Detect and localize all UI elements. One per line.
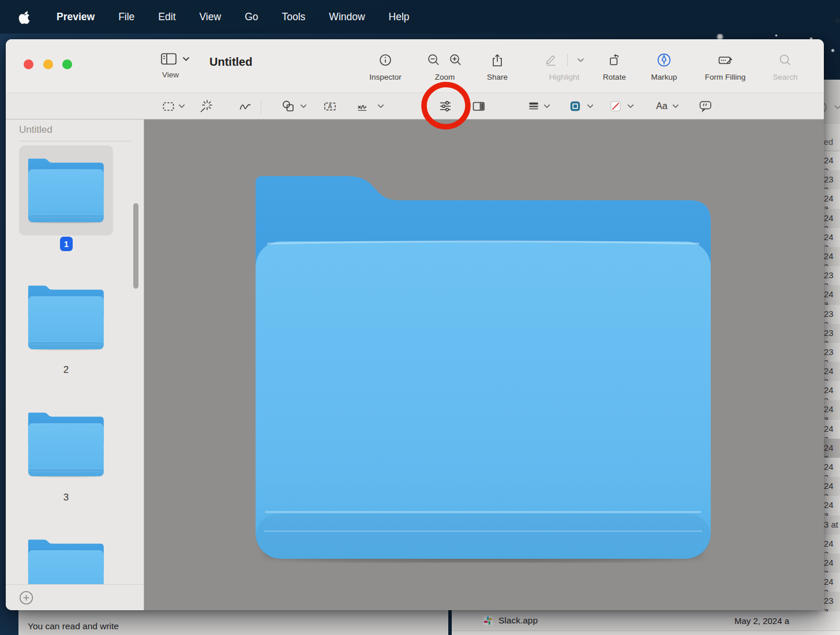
close-window-button[interactable] [24, 59, 33, 69]
shape-style-icon[interactable] [527, 99, 541, 113]
menu-bar: Preview File Edit View Go Tools Window H… [0, 0, 840, 33]
menu-item-preview[interactable]: Preview [57, 11, 95, 23]
file-name: Slack.app [498, 615, 538, 626]
page-number-label: 2 [19, 364, 113, 376]
fill-color-icon[interactable] [609, 99, 622, 113]
share-button[interactable]: Share [460, 51, 535, 81]
chevron-down-icon[interactable] [300, 104, 307, 109]
permissions-text: You can read and write [28, 621, 119, 632]
chevron-down-icon[interactable] [627, 104, 634, 109]
chevron-down-icon[interactable] [672, 104, 679, 109]
slack-app-icon [483, 615, 493, 626]
window-toolbar: View Untitled Inspector Zoom [6, 39, 824, 92]
add-page-button[interactable] [19, 591, 33, 605]
chevron-down-icon[interactable] [178, 104, 185, 109]
thumbnail-sidebar: Untitled 1 2 3 [6, 119, 144, 610]
menu-item-help[interactable]: Help [389, 11, 410, 23]
chevron-down-icon[interactable] [587, 104, 594, 109]
menu-item-view[interactable]: View [200, 11, 222, 23]
menu-item-edit[interactable]: Edit [158, 11, 175, 23]
view-sidebar-button[interactable]: View [160, 52, 202, 79]
markup-toolbar: A [6, 92, 824, 119]
markup-pen-icon [657, 53, 672, 68]
zoom-out-icon[interactable] [427, 53, 441, 67]
toolbar-divider [261, 99, 261, 114]
adjust-size-tool-icon[interactable] [471, 99, 486, 113]
rotate-left-icon [608, 53, 621, 67]
page-thumbnail-4[interactable] [28, 534, 104, 584]
adjust-color-tool-icon[interactable] [438, 99, 453, 114]
sketch-tool-icon[interactable] [238, 99, 252, 113]
chevron-down-icon[interactable] [377, 104, 384, 109]
file-date: May 2, 2024 a [734, 616, 789, 626]
page-thumbnail-2[interactable] [28, 280, 104, 355]
menu-item-go[interactable]: Go [245, 11, 258, 23]
shapes-tool-icon[interactable] [281, 99, 296, 114]
svg-text:A: A [328, 103, 332, 110]
search-button[interactable]: Search [748, 51, 823, 81]
signature-tool-icon[interactable] [357, 99, 373, 113]
sidebar-doc-label: Untitled [19, 124, 52, 136]
document-canvas[interactable] [144, 119, 824, 610]
search-icon [778, 53, 792, 67]
finder-row-slack[interactable]: Slack.app May 2, 2024 a [452, 611, 840, 630]
chevron-down-icon[interactable] [543, 104, 550, 109]
share-label: Share [460, 73, 535, 81]
page-number-label: 3 [19, 492, 113, 503]
desktop-star [831, 48, 835, 53]
sidebar-footer [6, 584, 144, 610]
page-thumbnail-3[interactable] [28, 407, 104, 482]
view-button-label: View [162, 70, 202, 79]
share-icon [490, 53, 504, 68]
selection-tool-icon[interactable] [162, 99, 175, 113]
divider [567, 54, 568, 66]
finder-row-spotify[interactable]: Spotify.app Apr 4, 2024 at [452, 630, 840, 635]
apple-logo-icon[interactable] [18, 9, 31, 24]
chevron-down-icon [182, 57, 190, 62]
page-thumbnail-1[interactable] [28, 153, 104, 228]
folder-image [253, 173, 711, 563]
column-header-fragment: ed [824, 137, 833, 147]
sidebar-scrollbar[interactable] [133, 203, 138, 289]
border-color-icon[interactable] [568, 99, 582, 113]
highlight-pencil-icon [544, 53, 558, 67]
info-circle-icon [378, 53, 392, 67]
text-box-tool-icon[interactable]: A [323, 99, 337, 113]
annotate-bubble-icon[interactable] [699, 99, 713, 113]
menu-item-file[interactable]: File [118, 11, 134, 23]
window-title: Untitled [209, 55, 252, 69]
divider [19, 141, 132, 141]
menu-item-window[interactable]: Window [329, 11, 365, 23]
preview-window: View Untitled Inspector Zoom [6, 39, 824, 610]
sidebar-icon [160, 52, 177, 66]
menu-item-tools[interactable]: Tools [282, 11, 306, 23]
form-filling-icon [718, 53, 733, 67]
minimize-window-button[interactable] [43, 59, 53, 69]
instant-alpha-icon[interactable] [199, 99, 214, 114]
date-fragment: 3 at [824, 520, 838, 529]
desktop-star [775, 34, 778, 37]
zoom-window-button[interactable] [62, 59, 72, 69]
page-number-badge: 1 [60, 237, 73, 251]
text-style-icon[interactable]: Aa [656, 101, 667, 111]
search-label: Search [748, 73, 823, 81]
